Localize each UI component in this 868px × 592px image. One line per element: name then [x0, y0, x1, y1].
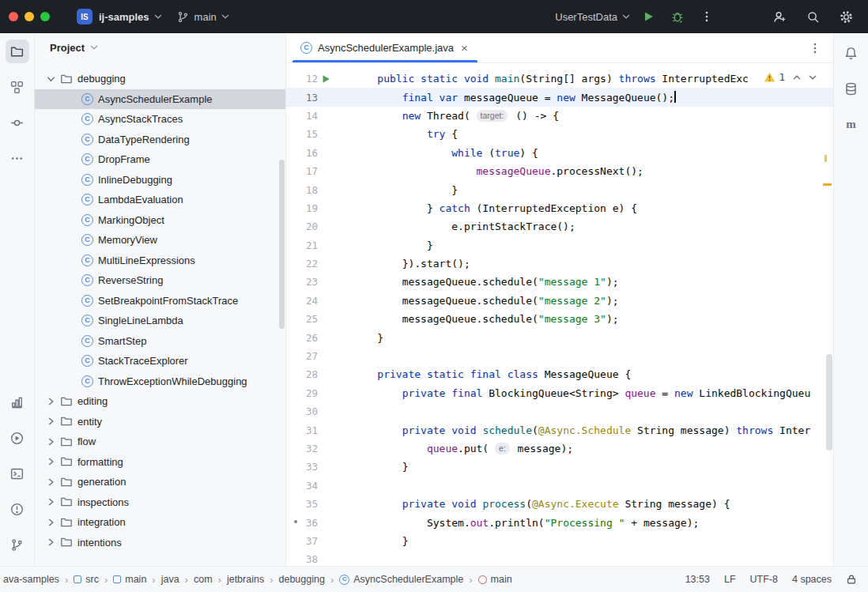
database-button[interactable]	[840, 77, 863, 100]
code-text[interactable]: new Thread( target: () -> {	[353, 110, 833, 123]
line-number[interactable]: 14	[286, 110, 318, 122]
line-number[interactable]: 27	[286, 350, 318, 362]
line-separator-indicator[interactable]: LF	[724, 574, 736, 585]
line-number[interactable]: 36	[286, 517, 318, 529]
chevron-collapsed-icon[interactable]	[46, 478, 55, 486]
code-text[interactable]: } catch (InterruptedException e) {	[353, 202, 833, 214]
chevron-collapsed-icon[interactable]	[46, 438, 55, 446]
line-number[interactable]: 20	[286, 221, 318, 232]
code-text[interactable]: messageQueue.schedule("message 1");	[353, 276, 833, 288]
tree-item-StackTraceExplorer[interactable]: CStackTraceExplorer	[35, 351, 285, 371]
code-text[interactable]: private void schedule(@Async.Schedule St…	[353, 424, 833, 436]
tree-item-MarkingObject[interactable]: CMarkingObject	[35, 210, 285, 231]
tree-item-ReverseString[interactable]: CReverseString	[35, 270, 285, 291]
project-folder-button[interactable]	[6, 40, 29, 63]
code-text[interactable]: System.out.println("Processing " + messa…	[353, 517, 833, 529]
debug-button[interactable]	[666, 6, 689, 28]
code-text[interactable]: private final BlockingQueue<String> queu…	[353, 387, 833, 399]
breadcrumb-AsyncSchedulerExample[interactable]: CAsyncSchedulerExample	[339, 574, 463, 585]
tree-item-InlineDebugging[interactable]: CInlineDebugging	[35, 170, 285, 190]
breadcrumb-ava-samples[interactable]: ava-samples	[3, 574, 59, 585]
code-text[interactable]: messageQueue.schedule("message 3");	[353, 313, 833, 325]
code-text[interactable]: e.printStackTrace();	[353, 221, 833, 232]
profiler-button[interactable]	[6, 390, 29, 414]
maven-button[interactable]: m	[840, 112, 863, 136]
run-configuration-widget[interactable]: UserTestData	[555, 11, 630, 23]
line-number[interactable]: 31	[286, 424, 318, 436]
breadcrumb-jetbrains[interactable]: jetbrains	[227, 574, 264, 585]
line-number[interactable]: 19	[286, 202, 318, 214]
zoom-window-button[interactable]	[40, 12, 50, 21]
encoding-indicator[interactable]: UTF-8	[750, 574, 778, 585]
terminal-button[interactable]	[6, 462, 29, 485]
previous-problem-button[interactable]	[793, 75, 801, 80]
add-user-button[interactable]	[768, 6, 791, 28]
editor-scrollbar-thumb[interactable]	[826, 354, 832, 451]
close-window-button[interactable]	[9, 12, 18, 21]
code-text[interactable]: }	[353, 239, 833, 251]
editor-tab[interactable]: C AsyncSchedulerExample.java ×	[292, 33, 477, 62]
warning-stripe-mark[interactable]	[825, 155, 827, 162]
line-number[interactable]: 24	[286, 295, 318, 307]
run-gutter-icon[interactable]	[322, 74, 330, 84]
line-number[interactable]: 32	[286, 443, 318, 454]
line-number[interactable]: 35	[286, 498, 318, 510]
project-widget[interactable]: ij-samples	[99, 11, 162, 23]
chevron-collapsed-icon[interactable]	[46, 398, 55, 405]
breadcrumb-com[interactable]: com	[194, 574, 213, 585]
minimize-window-button[interactable]	[25, 12, 34, 21]
line-number[interactable]: 18	[286, 184, 318, 196]
chevron-collapsed-icon[interactable]	[46, 458, 55, 466]
code-text[interactable]: while (true) {	[353, 147, 833, 159]
more-actions-button[interactable]	[696, 6, 718, 28]
line-number[interactable]: 30	[286, 405, 318, 417]
commit-button[interactable]	[6, 111, 29, 134]
code-text[interactable]: }	[353, 184, 833, 196]
breadcrumb-src[interactable]: src	[74, 574, 99, 585]
chevron-collapsed-icon[interactable]	[46, 498, 55, 506]
tree-item-SetBreakpointFromStackTrace[interactable]: CSetBreakpointFromStackTrace	[35, 291, 285, 311]
breadcrumb-main[interactable]: main	[478, 574, 512, 585]
tree-item-LambdaEvaluation[interactable]: CLambdaEvaluation	[35, 190, 285, 210]
tree-item-debugging[interactable]: debugging	[35, 69, 285, 89]
tree-item-MultiLineExpressions[interactable]: CMultiLineExpressions	[35, 251, 285, 271]
more-tools-button[interactable]	[6, 146, 29, 170]
tree-item-SingleLineLambda[interactable]: CSingleLineLambda	[35, 311, 285, 331]
code-text[interactable]: }	[353, 332, 833, 344]
search-everywhere-button[interactable]	[802, 6, 824, 28]
breadcrumb-debugging[interactable]: debugging	[279, 574, 325, 585]
structure-button[interactable]	[6, 75, 29, 99]
warnings-summary[interactable]: 1	[764, 71, 785, 83]
chevron-collapsed-icon[interactable]	[46, 417, 55, 425]
indent-indicator[interactable]: 4 spaces	[792, 574, 832, 585]
code-text[interactable]: final var messageQueue = new MessageQueu…	[353, 91, 833, 104]
line-number[interactable]: 37	[286, 535, 318, 547]
tree-item-MemoryView[interactable]: CMemoryView	[35, 230, 285, 251]
code-editor[interactable]: 12 public static void main(String[] args…	[286, 63, 833, 566]
line-number[interactable]: 13	[286, 92, 318, 104]
services-button[interactable]	[6, 426, 29, 450]
version-control-button[interactable]	[6, 533, 29, 556]
project-scrollbar-thumb[interactable]	[279, 160, 285, 329]
line-number[interactable]: 22	[286, 258, 318, 270]
tab-options-button[interactable]	[808, 33, 833, 62]
tree-item-editing[interactable]: editing	[35, 391, 285, 412]
code-text[interactable]: }	[353, 535, 833, 547]
code-text[interactable]: messageQueue.processNext();	[353, 165, 833, 177]
tree-item-AsyncSchedulerExample[interactable]: CAsyncSchedulerExample	[35, 89, 285, 110]
line-number[interactable]: 21	[286, 239, 318, 251]
settings-button[interactable]	[835, 6, 857, 28]
chevron-collapsed-icon[interactable]	[46, 538, 55, 546]
code-text[interactable]: queue.put( e: message);	[353, 443, 833, 455]
line-number[interactable]: 15	[286, 128, 318, 140]
line-number[interactable]: 23	[286, 276, 318, 288]
tree-item-intentions[interactable]: intentions	[35, 533, 285, 553]
line-number[interactable]: 16	[286, 147, 318, 159]
tree-item-inspections[interactable]: inspections	[35, 492, 285, 513]
readonly-lock-button[interactable]	[846, 574, 857, 585]
line-number[interactable]: 28	[286, 368, 318, 380]
line-number[interactable]: 29	[286, 387, 318, 399]
line-number[interactable]: 12	[286, 73, 318, 85]
line-number[interactable]: 38	[286, 553, 318, 565]
chevron-expanded-icon[interactable]	[46, 75, 55, 83]
